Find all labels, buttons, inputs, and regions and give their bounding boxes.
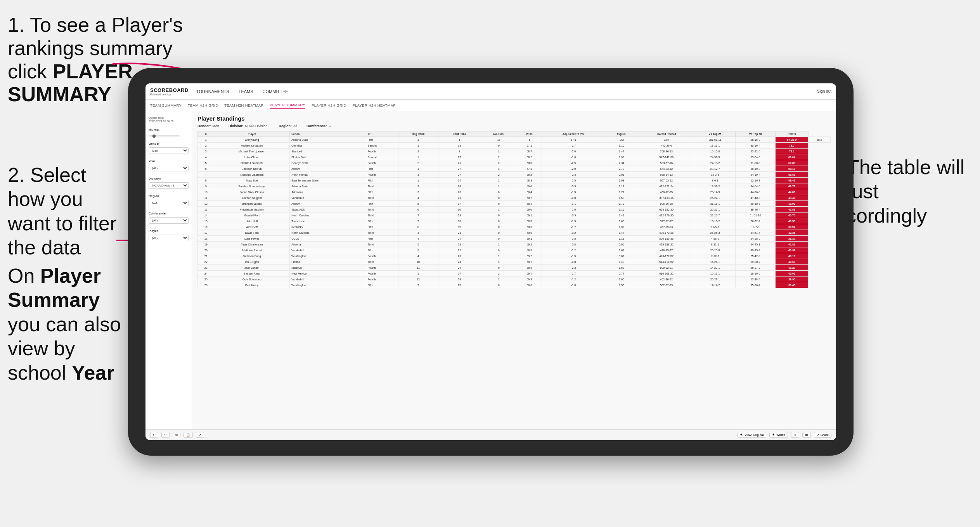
tab-team-summary[interactable]: TEAM SUMMARY <box>150 102 182 108</box>
table-cell: 78.7 <box>776 143 808 149</box>
table-cell: 8-21-1 <box>695 242 735 247</box>
table-cell: Fifth <box>366 178 398 183</box>
table-cell: 58.18 <box>776 166 808 172</box>
sidebar-region-section: Region N/A <box>149 194 189 206</box>
sidebar-player-select[interactable]: (All) <box>149 235 189 241</box>
sidebar-no-rds-slider[interactable] <box>149 135 180 137</box>
table-cell: 31-15-1 <box>695 201 735 207</box>
table-cell: 381-61-11 <box>695 137 735 143</box>
table-cell: 8-6-1 <box>695 178 735 183</box>
table-cell: 14-26-1 <box>695 259 735 265</box>
table-cell: 20 <box>198 247 214 253</box>
table-cell: New Mexico <box>290 271 366 276</box>
nav-teams[interactable]: TEAMS <box>239 88 253 95</box>
table-cell: 377-82-17 <box>638 218 695 224</box>
table-cell: 1.66 <box>605 218 638 224</box>
nav-sign-out[interactable]: Sign out <box>817 89 831 93</box>
table-row: 10Jacob Skov OlesenArkansasFifth323068.4… <box>198 189 831 195</box>
grid-button[interactable]: ▦ <box>802 432 811 438</box>
table-cell: Ole Miss <box>290 143 366 149</box>
table-cell: Third <box>366 213 398 218</box>
table-cell: 1.79 <box>605 201 638 207</box>
table-cell: 3.07 <box>638 137 695 143</box>
sidebar-division-section: Division NCAA Division I <box>149 177 189 189</box>
table-cell: 473-177-57 <box>638 253 695 259</box>
sidebar-year-label: Year <box>149 159 189 163</box>
table-cell: 0 <box>481 143 517 149</box>
col-vs-top-25: Vs Top 25 <box>695 131 735 137</box>
tab-team-h2h-heatmap[interactable]: TEAM H2H HEATMAP <box>224 102 263 108</box>
table-row: 16Alex GoffKentuckyFifth819068.3-1.71.92… <box>198 224 831 230</box>
table-cell: 30.54 <box>776 224 808 230</box>
view-original-button[interactable]: 👁 View: Original <box>738 432 766 438</box>
table-cell: 69.1 <box>517 236 542 242</box>
share-button[interactable]: ↗ Share <box>814 432 831 438</box>
table-cell: 0 <box>481 201 517 207</box>
nav-committee[interactable]: COMMITTEE <box>263 88 288 95</box>
sidebar-player-section: Player (All) <box>149 229 189 241</box>
watch-icon: 👁 <box>772 433 775 437</box>
sidebar-division-select[interactable]: NCAA Division I <box>149 182 189 189</box>
table-cell: 13 <box>198 207 214 213</box>
nav-tournaments[interactable]: TOURNAMENTS <box>196 88 229 95</box>
table-cell: Michael Le Sasso <box>214 143 290 149</box>
tab-player-summary[interactable]: PLAYER SUMMARY <box>270 102 305 109</box>
table-row: 25Cole SherwoodVanderbiltFourth1223169.3… <box>198 276 831 282</box>
table-cell: 1.15 <box>605 207 638 213</box>
watch-button[interactable]: 👁 Watch <box>769 432 788 438</box>
table-cell: -2.5 <box>542 160 605 166</box>
table-filters: Gender: Men Division: NCAA Division I Re… <box>197 124 831 128</box>
table-cell: 412-179-30 <box>638 213 695 218</box>
table-cell: -0.2 <box>542 230 605 236</box>
table-cell: 2 <box>481 154 517 160</box>
undo-button[interactable]: ↩ <box>150 432 158 438</box>
table-cell: First <box>366 137 398 143</box>
table-cell: 18 <box>198 236 214 242</box>
sidebar-conference-select[interactable]: (All) <box>149 217 189 224</box>
table-cell: 20-26-1 <box>695 207 735 213</box>
copy-button[interactable]: ⧉ <box>173 432 180 438</box>
export-button[interactable]: ⬆ <box>791 432 799 438</box>
table-cell: 24-10-4 <box>735 172 776 178</box>
table-cell: 1 <box>481 166 517 172</box>
paste-button[interactable]: 📋 <box>184 432 193 438</box>
sidebar-gender-select[interactable]: Men <box>149 147 189 154</box>
table-cell: 16 <box>198 224 214 230</box>
table-cell: 2 <box>198 143 214 149</box>
sidebar-region-select[interactable]: N/A <box>149 200 189 206</box>
redo-button[interactable]: ↪ <box>161 432 170 438</box>
table-cell: 67.3 <box>517 166 542 172</box>
table-cell: 24 <box>438 178 481 183</box>
table-cell: 22 <box>198 259 214 265</box>
tab-player-h2h-grid[interactable]: PLAYER H2H GRID <box>312 102 346 108</box>
refresh-button[interactable]: ⟳ <box>196 432 204 438</box>
table-cell: 2.34 <box>605 160 638 166</box>
sidebar-year-select[interactable]: (All) <box>149 165 189 171</box>
table-cell: 2 <box>481 172 517 178</box>
table-cell: 2.01 <box>605 172 638 178</box>
table-cell: 605-96-38 <box>638 201 695 207</box>
table-cell: 21 <box>198 253 214 259</box>
table-cell: 7 <box>398 213 438 218</box>
table-cell: Matthew Riedel <box>214 247 290 253</box>
tab-player-h2h-heatmap[interactable]: PLAYER H2H HEATMAP <box>352 102 396 108</box>
tab-team-h2h-grid[interactable]: TEAM H2H GRID <box>188 102 218 108</box>
table-cell: Nicholas Gabrelcik <box>214 172 290 178</box>
table-cell: Vanderbilt <box>290 276 366 282</box>
table-cell: 42.35 <box>776 230 808 236</box>
table-row: 11Gordon SargentVanderbiltThird421068.7-… <box>198 195 831 201</box>
table-row: 24Bastien AmatNew MexicoFourth127269.4-1… <box>198 271 831 276</box>
filter-gender: Gender: Men <box>197 124 219 128</box>
table-cell: 3 <box>398 189 438 195</box>
table-cell: 39.95 <box>776 276 808 282</box>
table-cell: Georgia Tech <box>290 160 366 166</box>
table-cell: Third <box>366 259 398 265</box>
table-cell: 69.0 <box>517 230 542 236</box>
table-cell: 0 <box>481 282 517 288</box>
view-label: View: Original <box>745 433 764 437</box>
col-yr: Yr <box>366 131 398 137</box>
table-cell: Fourth <box>366 276 398 282</box>
table-cell: Third <box>366 230 398 236</box>
table-row: 17David FordNorth CarolinaThird421069.0-… <box>198 230 831 236</box>
table-cell: 17-14-2 <box>695 282 735 288</box>
